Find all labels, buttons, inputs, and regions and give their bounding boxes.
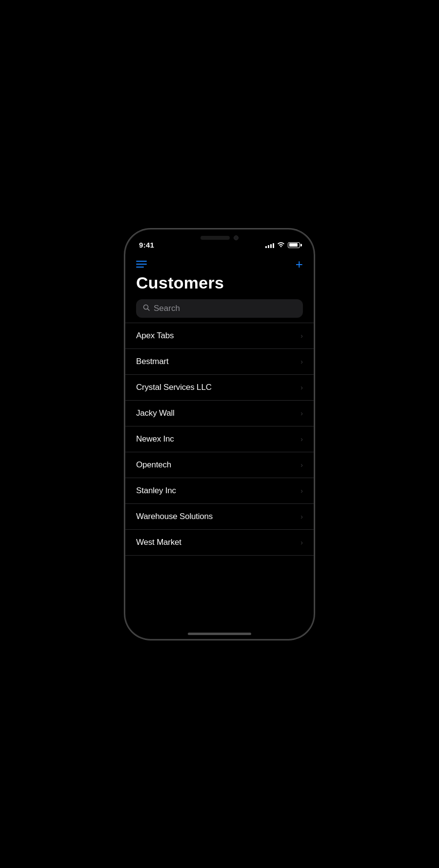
phone-screen: 9:41: [125, 230, 314, 639]
list-item[interactable]: Crystal Services LLC ›: [125, 375, 314, 401]
camera-notch: [234, 235, 239, 240]
customer-name: Crystal Services LLC: [136, 383, 212, 392]
customer-name: Warehouse Solutions: [136, 512, 213, 521]
chevron-right-icon: ›: [300, 539, 303, 546]
notch: [190, 230, 249, 246]
chevron-right-icon: ›: [300, 487, 303, 495]
phone-frame: 9:41: [124, 229, 315, 640]
list-item[interactable]: Newex Inc ›: [125, 426, 314, 452]
list-item[interactable]: Apex Tabs ›: [125, 323, 314, 349]
nav-bar: +: [136, 258, 303, 270]
home-indicator: [125, 622, 314, 639]
list-item[interactable]: Warehouse Solutions ›: [125, 504, 314, 530]
chevron-right-icon: ›: [300, 461, 303, 469]
add-button[interactable]: +: [296, 258, 303, 270]
menu-line-3: [136, 267, 144, 268]
chevron-right-icon: ›: [300, 358, 303, 366]
list-item[interactable]: Jacky Wall ›: [125, 401, 314, 426]
search-container: Search: [136, 299, 303, 318]
list-item[interactable]: West Market ›: [125, 530, 314, 556]
customer-name: Newex Inc: [136, 434, 174, 444]
chevron-right-icon: ›: [300, 435, 303, 443]
customer-name: Opentech: [136, 460, 171, 470]
customer-name: Stanley Inc: [136, 486, 176, 496]
status-bar: 9:41: [125, 230, 314, 254]
chevron-right-icon: ›: [300, 332, 303, 340]
customer-name: Apex Tabs: [136, 331, 174, 341]
customer-list: Apex Tabs › Bestmart › Crystal Services …: [125, 323, 314, 556]
page-title: Customers: [136, 273, 303, 292]
status-time: 9:41: [139, 241, 154, 249]
notch-pill: [200, 236, 230, 240]
status-icons: [265, 241, 300, 249]
search-bar[interactable]: Search: [136, 299, 303, 318]
signal-icon: [265, 242, 274, 248]
list-item[interactable]: Opentech ›: [125, 452, 314, 478]
chevron-right-icon: ›: [300, 409, 303, 417]
menu-line-2: [136, 264, 147, 265]
customer-name: Bestmart: [136, 357, 168, 366]
list-item[interactable]: Bestmart ›: [125, 349, 314, 375]
wifi-icon: [277, 241, 285, 249]
customer-name: Jacky Wall: [136, 408, 175, 418]
search-placeholder: Search: [154, 304, 180, 313]
svg-line-1: [148, 309, 150, 311]
header: + Customers Search: [125, 254, 314, 318]
customer-name: West Market: [136, 538, 181, 547]
chevron-right-icon: ›: [300, 513, 303, 521]
chevron-right-icon: ›: [300, 384, 303, 391]
menu-line-1: [136, 261, 147, 262]
home-bar: [188, 633, 251, 635]
list-item[interactable]: Stanley Inc ›: [125, 478, 314, 504]
main-content: + Customers Search: [125, 254, 314, 622]
menu-button[interactable]: [136, 261, 147, 268]
battery-icon: [288, 242, 300, 248]
search-icon: [143, 304, 150, 312]
battery-fill: [289, 243, 298, 247]
